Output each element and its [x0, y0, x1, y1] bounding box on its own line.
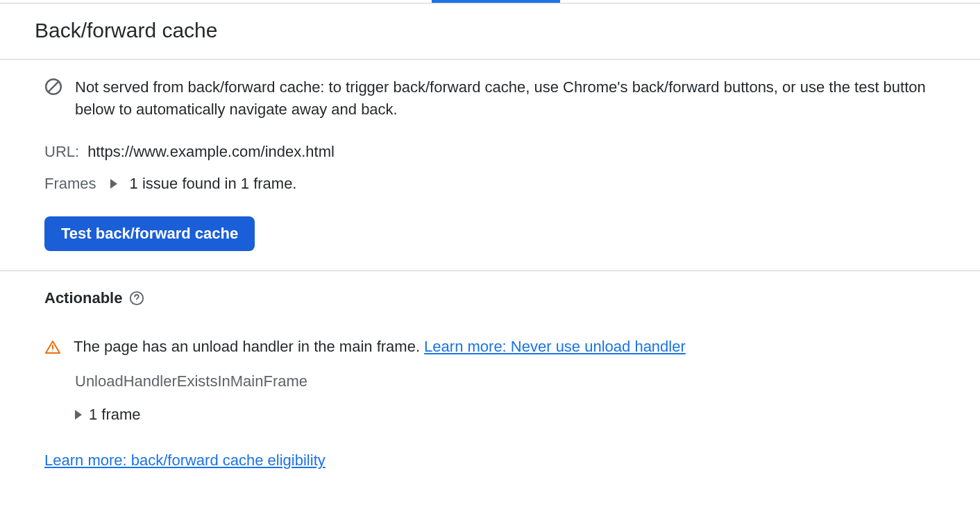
footer-link-row: Learn more: back/forward cache eligibili…	[44, 452, 945, 470]
status-section: Not served from back/forward cache: to t…	[0, 60, 980, 271]
issue-text: The page has an unload handler in the ma…	[74, 338, 686, 356]
actionable-title: Actionable	[44, 289, 122, 307]
url-value: https://www.example.com/index.html	[87, 143, 335, 161]
issue-code: UnloadHandlerExistsInMainFrame	[75, 372, 945, 390]
frames-row[interactable]: Frames 1 issue found in 1 frame.	[44, 175, 945, 193]
frame-expand-row[interactable]: 1 frame	[75, 406, 945, 424]
help-icon[interactable]	[129, 291, 144, 306]
cache-status-row: Not served from back/forward cache: to t…	[44, 76, 945, 121]
expand-triangle-icon	[75, 410, 82, 420]
frames-summary: 1 issue found in 1 frame.	[130, 175, 297, 193]
frame-count-label: 1 frame	[89, 406, 141, 424]
page-title: Back/forward cache	[35, 19, 945, 42]
issue-row: The page has an unload handler in the ma…	[44, 338, 945, 356]
header-section: Back/forward cache	[0, 3, 980, 60]
warning-triangle-icon	[44, 339, 61, 356]
bfcache-eligibility-link[interactable]: Learn more: back/forward cache eligibili…	[44, 452, 326, 469]
svg-line-1	[48, 81, 58, 92]
issue-learn-more-link[interactable]: Learn more: Never use unload handler	[424, 338, 686, 355]
actionable-section: Actionable The page has an unload handle…	[0, 271, 980, 497]
svg-point-3	[137, 301, 137, 302]
cache-status-text: Not served from back/forward cache: to t…	[75, 76, 945, 121]
test-bfcache-button[interactable]: Test back/forward cache	[44, 216, 255, 251]
url-row: URL: https://www.example.com/index.html	[44, 143, 945, 161]
url-label: URL:	[44, 143, 79, 161]
issue-description: The page has an unload handler in the ma…	[74, 338, 424, 355]
circle-slash-icon	[44, 78, 62, 96]
frames-label: Frames	[44, 175, 96, 193]
expand-triangle-icon	[110, 179, 117, 189]
svg-point-5	[52, 350, 53, 351]
actionable-header: Actionable	[44, 289, 945, 307]
